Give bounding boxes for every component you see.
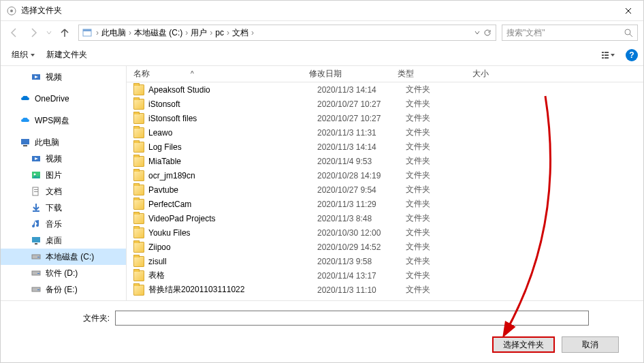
sidebar-item-label: 软件 (D:) <box>46 268 78 279</box>
file-name: ocr_jm189cn <box>148 171 317 180</box>
header-type[interactable]: 类型 <box>391 66 466 82</box>
file-name: iStonsoft files <box>148 114 317 123</box>
file-row[interactable]: MiaTable2020/11/4 9:53文件夹 <box>127 154 643 168</box>
new-folder-button[interactable]: 新建文件夹 <box>41 46 93 63</box>
sidebar-item[interactable]: 文档 <box>1 183 126 200</box>
sidebar-item[interactable]: 备份 (E:) <box>1 281 126 298</box>
sidebar-item[interactable]: 软件 (D:) <box>1 265 126 281</box>
file-row[interactable]: Apeaksoft Studio2020/11/3 14:14文件夹 <box>127 82 643 97</box>
sidebar-item[interactable]: 音乐 <box>1 216 126 232</box>
file-name: 替换结果20201103111022 <box>148 284 317 296</box>
address-dropdown[interactable] <box>474 29 481 36</box>
sidebar-item-label: 桌面 <box>46 235 62 247</box>
file-name: 表格 <box>148 270 317 281</box>
sidebar-item[interactable]: 图片 <box>1 167 126 183</box>
breadcrumb-item[interactable]: 文档 <box>230 28 251 37</box>
address-bar[interactable]: › 此电脑›本地磁盘 (C:)›用户›pc›文档› <box>78 25 496 41</box>
sidebar-item[interactable]: WPS网盘 <box>1 112 126 129</box>
folder-icon <box>133 199 144 210</box>
back-button[interactable] <box>6 25 22 41</box>
file-row[interactable]: Youku Files2020/10/30 12:00文件夹 <box>127 225 643 240</box>
file-row[interactable]: ocr_jm189cn2020/10/28 14:19文件夹 <box>127 168 643 183</box>
file-type: 文件夹 <box>406 127 481 138</box>
file-row[interactable]: Log Files2020/11/3 14:14文件夹 <box>127 140 643 154</box>
organize-label: 组织 <box>12 49 28 61</box>
file-row[interactable]: PerfectCam2020/11/3 11:29文件夹 <box>127 197 643 211</box>
header-name[interactable]: 名称 ^ <box>127 66 302 82</box>
breadcrumb-item[interactable]: 用户 <box>189 28 209 37</box>
breadcrumb-item[interactable]: pc <box>213 28 226 37</box>
file-date: 2020/10/27 9:54 <box>317 185 406 195</box>
refresh-button[interactable] <box>483 29 492 37</box>
file-row[interactable]: iStonsoft files2020/10/27 10:27文件夹 <box>127 111 643 125</box>
file-type: 文件夹 <box>406 198 481 210</box>
svg-point-4 <box>625 29 630 35</box>
view-options-button[interactable] <box>596 48 620 63</box>
svg-rect-28 <box>37 289 39 290</box>
file-type: 文件夹 <box>406 212 481 224</box>
file-list[interactable]: Apeaksoft Studio2020/11/3 14:14文件夹iStons… <box>127 82 643 300</box>
cancel-button[interactable]: 取消 <box>562 336 619 353</box>
select-folder-button[interactable]: 选择文件夹 <box>492 336 555 353</box>
sidebar-item[interactable]: 视频 <box>1 69 126 85</box>
help-button[interactable]: ? <box>626 49 638 61</box>
svg-rect-6 <box>605 52 609 53</box>
svg-rect-10 <box>605 57 609 59</box>
close-button[interactable] <box>613 1 643 21</box>
file-row[interactable]: iStonsoft2020/10/27 10:27文件夹 <box>127 97 643 111</box>
forward-button[interactable] <box>25 25 42 41</box>
folder-icon <box>133 142 144 153</box>
file-row[interactable]: Leawo2020/11/3 11:31文件夹 <box>127 125 643 140</box>
file-date: 2020/10/27 10:27 <box>317 114 406 123</box>
sidebar-item-label: 视频 <box>46 72 62 83</box>
sidebar-item[interactable]: OneDrive <box>1 91 126 107</box>
file-row[interactable]: Pavtube2020/10/27 9:54文件夹 <box>127 183 643 197</box>
pc-icon <box>20 137 31 148</box>
search-input[interactable]: 搜索"文档" <box>502 25 638 41</box>
file-type: 文件夹 <box>406 112 481 124</box>
file-name: Apeaksoft Studio <box>148 85 317 95</box>
folder-icon <box>133 84 144 95</box>
file-row[interactable]: VideoPad Projects2020/11/3 8:48文件夹 <box>127 211 643 225</box>
file-date: 2020/11/3 11:29 <box>317 200 406 209</box>
nav-bar: › 此电脑›本地磁盘 (C:)›用户›pc›文档› 搜索"文档" <box>1 21 643 44</box>
up-button[interactable] <box>57 25 73 41</box>
folder-icon <box>133 185 144 195</box>
file-row[interactable]: Ziipoo2020/10/29 14:52文件夹 <box>127 240 643 254</box>
file-name: VideoPad Projects <box>148 214 317 223</box>
disk-icon <box>31 251 42 262</box>
breadcrumb-item[interactable]: 本地磁盘 (C:) <box>132 28 184 37</box>
sidebar-item-label: 此电脑 <box>35 137 59 148</box>
app-icon <box>6 5 17 16</box>
sidebar-item[interactable]: 本地磁盘 (C:) <box>1 249 126 265</box>
file-date: 2020/11/3 11:10 <box>317 285 406 295</box>
header-size[interactable]: 大小 <box>466 66 643 82</box>
sidebar-item[interactable]: 桌面 <box>1 232 126 249</box>
sidebar-item[interactable]: 下载 <box>1 200 126 216</box>
file-row[interactable]: 表格2020/11/4 13:17文件夹 <box>127 268 643 283</box>
header-date[interactable]: 修改日期 <box>302 66 391 82</box>
svg-rect-22 <box>35 243 37 244</box>
search-placeholder: 搜索"文档" <box>506 27 545 39</box>
folder-icon <box>133 242 144 253</box>
sidebar-item-label: 视频 <box>46 153 62 165</box>
folder-name-input[interactable] <box>115 311 589 326</box>
file-row[interactable]: zisull2020/11/3 9:58文件夹 <box>127 254 643 268</box>
recent-dropdown[interactable] <box>44 25 54 41</box>
file-row[interactable]: 替换结果202011031110222020/11/3 11:10文件夹 <box>127 283 643 297</box>
sidebar-item[interactable]: 此电脑 <box>1 134 126 151</box>
organize-button[interactable]: 组织 <box>6 46 41 63</box>
file-type: 文件夹 <box>406 84 481 95</box>
file-type: 文件夹 <box>406 184 481 195</box>
chevron-right-icon[interactable]: › <box>251 28 255 37</box>
folder-icon <box>133 127 144 138</box>
location-icon <box>82 27 93 38</box>
file-name: MiaTable <box>148 157 317 166</box>
folder-icon <box>133 170 144 181</box>
sidebar-item-label: 下载 <box>46 202 62 214</box>
svg-rect-24 <box>37 257 39 257</box>
breadcrumb-item[interactable]: 此电脑 <box>99 28 128 37</box>
sidebar[interactable]: 视频OneDriveWPS网盘此电脑视频图片文档下载音乐桌面本地磁盘 (C:)软… <box>1 66 127 300</box>
toolbar: 组织 新建文件夹 ? <box>1 44 643 66</box>
sidebar-item[interactable]: 视频 <box>1 151 126 167</box>
